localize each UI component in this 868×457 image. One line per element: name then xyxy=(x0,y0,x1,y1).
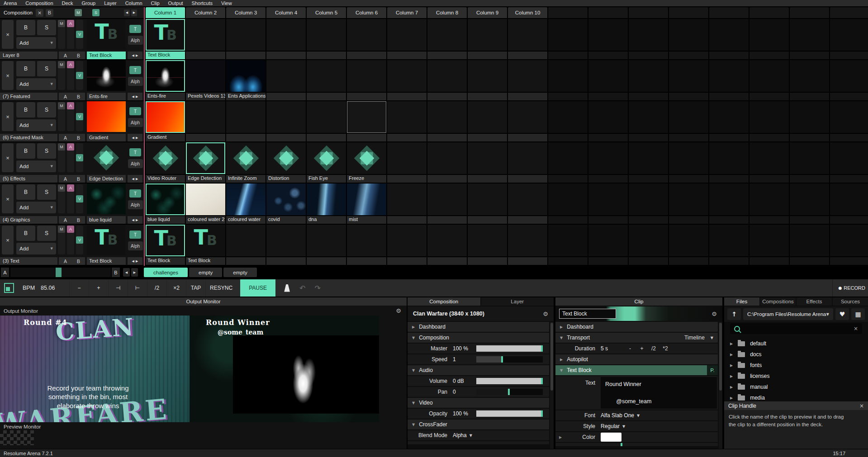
column-header[interactable]: Column 10 xyxy=(508,7,547,18)
column-header[interactable]: Column 6 xyxy=(347,7,386,18)
clip-thumbnail[interactable] xyxy=(146,184,185,215)
clip-thumbnail[interactable] xyxy=(146,19,185,51)
empty-clip-slot[interactable] xyxy=(266,60,306,92)
empty-clip-slot[interactable] xyxy=(427,225,467,256)
empty-clip-slot[interactable] xyxy=(629,142,668,174)
clip-cell[interactable]: coloured water 2 xyxy=(186,184,225,224)
clip-thumbnail[interactable] xyxy=(186,142,225,174)
section-composition[interactable]: ▼ Composition xyxy=(408,333,549,343)
empty-clip-slot[interactable] xyxy=(629,60,668,92)
layer-solo-button[interactable]: S xyxy=(37,226,56,241)
clip-cell[interactable]: Text Block xyxy=(146,225,185,265)
clip-cell[interactable] xyxy=(669,225,708,265)
empty-clip-slot[interactable] xyxy=(508,19,547,51)
clip-gear-icon[interactable]: ⚙ xyxy=(711,311,717,317)
layer-close-button[interactable]: × xyxy=(2,226,14,254)
clip-cell[interactable] xyxy=(709,225,749,265)
empty-clip-slot[interactable] xyxy=(548,142,588,174)
clip-cell[interactable] xyxy=(266,60,306,100)
crossfader-a-assign[interactable]: A xyxy=(64,217,67,223)
clip-name[interactable] xyxy=(347,134,386,141)
clip-cell[interactable] xyxy=(186,19,225,59)
empty-clip-slot[interactable] xyxy=(588,60,628,92)
section-crossfader[interactable]: ▼ CrossFader xyxy=(408,419,549,429)
folder-row[interactable]: ▶manual xyxy=(724,382,868,392)
duration-half-button[interactable]: /2 xyxy=(648,345,659,352)
empty-clip-slot[interactable] xyxy=(548,225,588,256)
crossfader-b-assign[interactable]: B xyxy=(77,259,80,264)
empty-clip-slot[interactable] xyxy=(749,225,789,256)
menu-item-output[interactable]: Output xyxy=(168,0,183,6)
metronome-icon[interactable] xyxy=(284,284,290,292)
empty-clip-slot[interactable] xyxy=(588,225,628,256)
layer-name[interactable]: (6) Featured Mask xyxy=(0,134,57,141)
layer-name[interactable]: (5) Effects xyxy=(0,175,57,183)
clip-cell[interactable] xyxy=(629,60,668,100)
layer-blend-mode-button[interactable]: Alph xyxy=(128,36,143,45)
layer-solo-button[interactable]: S xyxy=(37,184,56,200)
clip-cell[interactable] xyxy=(548,60,588,100)
empty-clip-slot[interactable] xyxy=(508,60,547,92)
layer-active-thumbnail[interactable] xyxy=(87,225,126,255)
duration-value[interactable]: 5 s xyxy=(601,345,624,352)
transport-button[interactable]: ⊢ xyxy=(128,279,147,297)
composition-close-button[interactable]: × xyxy=(36,9,43,17)
layer-master-toggle[interactable]: M xyxy=(58,143,65,151)
column-header[interactable]: Column 2 xyxy=(186,7,225,18)
clip-name[interactable]: coloured water xyxy=(226,216,266,224)
clip-cell[interactable] xyxy=(830,101,868,141)
layer-video-toggle[interactable]: V xyxy=(76,154,83,161)
column-header[interactable]: Column 1 xyxy=(146,7,185,18)
clip-cell[interactable] xyxy=(709,184,749,224)
empty-clip-slot[interactable] xyxy=(387,19,427,51)
chevron-right-icon[interactable]: ▶ xyxy=(730,374,733,378)
folder-row[interactable]: ▶licenses xyxy=(724,371,868,382)
layer-active-clip-name[interactable]: Edge Detection xyxy=(87,175,126,183)
clip-name[interactable]: Edge Detection xyxy=(186,175,225,183)
volume-slider[interactable] xyxy=(476,378,543,384)
clip-cell[interactable] xyxy=(266,101,306,141)
opacity-slider[interactable] xyxy=(476,410,543,417)
clip-cell[interactable] xyxy=(588,60,628,100)
next-clip-icon[interactable]: ▶ xyxy=(136,54,138,57)
clip-cell[interactable] xyxy=(387,142,427,183)
empty-clip-slot[interactable] xyxy=(307,225,346,256)
clip-cell[interactable] xyxy=(790,19,829,59)
clip-cell[interactable]: Video Router xyxy=(146,142,185,183)
clip-cell[interactable] xyxy=(387,19,427,59)
empty-clip-slot[interactable] xyxy=(427,19,467,51)
empty-clip-slot[interactable] xyxy=(468,225,507,256)
clip-cell[interactable]: Ents Applications xyxy=(226,60,266,100)
menu-item-shortcuts[interactable]: Shortcuts xyxy=(192,0,213,6)
composition-gear-icon[interactable]: ⚙ xyxy=(543,311,548,317)
layer-blend-mode-button[interactable]: Alph xyxy=(128,77,143,86)
clip-cell[interactable] xyxy=(186,101,225,141)
clip-cell[interactable] xyxy=(629,225,668,265)
clip-cell[interactable] xyxy=(548,142,588,183)
redo-button[interactable]: ↷ xyxy=(315,284,321,292)
layer-video-toggle[interactable]: V xyxy=(76,236,83,244)
clip-cell[interactable] xyxy=(830,225,868,265)
clip-cell[interactable] xyxy=(226,101,266,141)
clip-cell[interactable] xyxy=(307,101,346,141)
layer-master-toggle[interactable]: M xyxy=(58,226,65,233)
clip-cell[interactable] xyxy=(387,184,427,224)
clip-thumbnail[interactable] xyxy=(347,101,386,133)
menu-item-view[interactable]: View xyxy=(221,0,232,6)
empty-clip-slot[interactable] xyxy=(387,101,427,133)
clip-cell[interactable]: Distortion xyxy=(266,142,306,183)
clip-thumbnail[interactable] xyxy=(226,142,266,174)
layer-bypass-button[interactable]: B xyxy=(16,102,35,118)
layer-master-toggle[interactable]: M xyxy=(58,61,65,68)
clip-cell[interactable] xyxy=(548,184,588,224)
opacity-value[interactable]: 100 % xyxy=(453,410,476,417)
crossfader-a-assign[interactable]: A xyxy=(64,259,67,264)
layer-bypass-button[interactable]: B xyxy=(16,61,35,76)
clip-cell[interactable] xyxy=(749,225,789,265)
empty-clip-slot[interactable] xyxy=(427,184,467,215)
clip-cell[interactable] xyxy=(347,225,386,265)
layer-audio-toggle[interactable]: A xyxy=(67,61,74,68)
path-dropdown[interactable]: C:\Program Files\Resolume Arena ▼ xyxy=(743,308,833,320)
folder-row[interactable]: ▶fonts xyxy=(724,360,868,371)
empty-clip-slot[interactable] xyxy=(709,142,749,174)
